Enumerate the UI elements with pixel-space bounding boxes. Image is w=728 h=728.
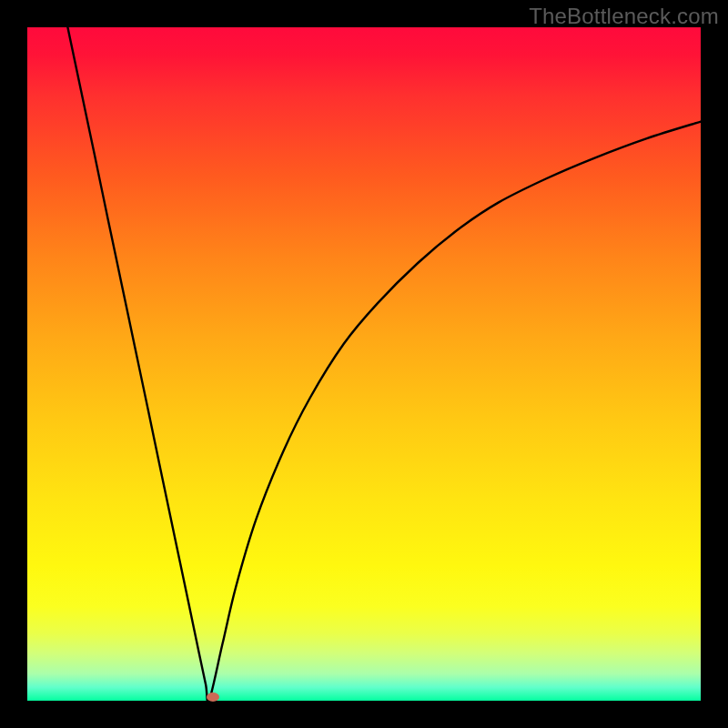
curve-path: [67, 27, 701, 703]
chart-frame: TheBottleneck.com: [0, 0, 728, 728]
bottleneck-curve: [27, 27, 701, 701]
vertex-marker: [207, 693, 219, 702]
plot-area: [27, 27, 701, 701]
watermark-text: TheBottleneck.com: [529, 4, 719, 29]
